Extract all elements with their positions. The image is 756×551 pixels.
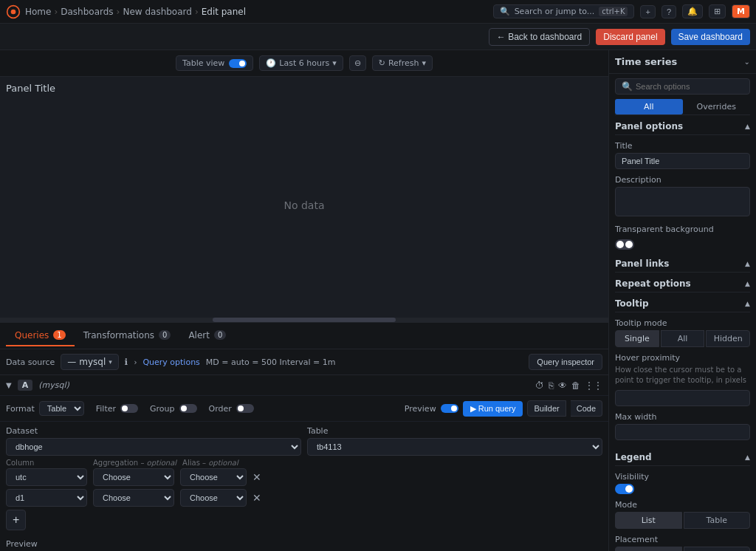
topbar-right: 🔍 Search or jump to... ctrl+K + ? 🔔 ⊞ M: [493, 4, 750, 18]
global-search[interactable]: 🔍 Search or jump to... ctrl+K: [493, 4, 635, 18]
query-a-eye-icon[interactable]: 👁: [558, 380, 567, 391]
tooltip-mode-single-button[interactable]: Single: [615, 330, 659, 347]
query-a-drag-icon[interactable]: ⋮⋮: [585, 380, 602, 391]
query-a-delete-icon[interactable]: 🗑: [571, 380, 580, 391]
discard-panel-button[interactable]: Discard panel: [596, 29, 664, 45]
dataset-table-row: Dataset dbhoge Table tb4113: [6, 426, 602, 456]
panel-options-section-header[interactable]: Panel options ▲: [615, 115, 750, 135]
max-width-input[interactable]: [615, 424, 750, 440]
delete-column-1-button[interactable]: ✕: [252, 471, 261, 483]
panel-options-title: Panel options: [615, 121, 683, 131]
collapse-query-a-button[interactable]: ▼: [6, 381, 12, 389]
options-search-input[interactable]: [636, 82, 743, 91]
query-options-meta: MD = auto = 500 Interval = 1m: [206, 357, 336, 367]
table-view-switch[interactable]: [229, 59, 247, 68]
delete-column-2-button[interactable]: ✕: [252, 492, 261, 504]
tab-transformations-badge: 0: [159, 330, 171, 340]
center-panel: Table view 🕐 Last 6 hours ▾ ⊖ ↻ Refresh …: [0, 50, 608, 551]
panel-links-section-header[interactable]: Panel links ▲: [615, 253, 750, 273]
breadcrumb-home[interactable]: Home: [25, 7, 51, 17]
panel-type-header: Time series ⌄: [609, 50, 756, 74]
query-options-link[interactable]: Query options: [142, 357, 199, 367]
add-column-button[interactable]: +: [6, 510, 26, 530]
zoom-button[interactable]: ⊖: [349, 55, 366, 71]
datasource-label: Data source: [6, 357, 55, 367]
panel-scrollbar[interactable]: [0, 318, 608, 322]
breadcrumb-new-dashboard[interactable]: New dashboard: [123, 7, 191, 17]
alias-1-select[interactable]: Choose: [180, 468, 247, 486]
legend-placement-bottom-button[interactable]: Bottom: [615, 547, 682, 551]
order-toggle[interactable]: [236, 404, 254, 413]
preview-toggle[interactable]: [441, 404, 458, 413]
tab-all[interactable]: All: [615, 99, 683, 114]
preview-toolbar: Table view 🕐 Last 6 hours ▾ ⊖ ↻ Refresh …: [0, 50, 608, 77]
tab-queries[interactable]: Queries 1: [6, 326, 75, 346]
alias-2-select[interactable]: Choose: [180, 489, 247, 507]
query-a-time-icon[interactable]: ⏱: [535, 380, 544, 391]
avatar[interactable]: M: [732, 4, 750, 18]
order-label: Order: [209, 404, 232, 414]
back-to-dashboard-button[interactable]: ← Back to dashboard: [489, 28, 590, 46]
hover-proximity-label: Hover proximity: [615, 353, 750, 363]
datasource-row: Data source — mysql ▾ ℹ › Query options …: [0, 349, 608, 375]
datasource-info-icon[interactable]: ℹ: [125, 357, 128, 367]
query-a-copy-icon[interactable]: ⎘: [549, 380, 554, 391]
max-width-group: Max width: [615, 412, 750, 440]
group-toggle[interactable]: [179, 404, 197, 413]
query-content: ▼ A (mysql) ⏱ ⎘ 👁 🗑 ⋮⋮ Format: [0, 375, 608, 551]
breadcrumb-dashboards[interactable]: Dashboards: [61, 7, 113, 17]
legend-placement-right-button[interactable]: Right: [684, 547, 751, 551]
legend-visibility-toggle[interactable]: [615, 484, 634, 494]
hover-proximity-input[interactable]: [615, 390, 750, 406]
panel-title-input[interactable]: [615, 153, 750, 169]
code-button[interactable]: Code: [571, 400, 602, 417]
actionbar: ← Back to dashboard Discard panel Save d…: [0, 24, 756, 50]
run-query-button[interactable]: ▶ Run query: [463, 401, 523, 417]
dataset-select[interactable]: dbhoge: [6, 438, 301, 456]
column-2-select[interactable]: d1: [6, 489, 87, 507]
table-view-toggle[interactable]: Table view: [176, 55, 253, 71]
apps-button[interactable]: ⊞: [709, 4, 726, 18]
aggregation-1-select[interactable]: Choose: [93, 468, 174, 486]
filter-item: Filter: [96, 404, 138, 414]
aggregation-2-select[interactable]: Choose: [93, 489, 174, 507]
repeat-options-section-header[interactable]: Repeat options ▲: [615, 273, 750, 292]
legend-collapse-icon: ▲: [745, 454, 750, 461]
builder-button[interactable]: Builder: [527, 400, 566, 417]
tab-queries-badge: 1: [53, 330, 65, 340]
tooltip-section-header[interactable]: Tooltip ▲: [615, 292, 750, 312]
bell-button[interactable]: 🔔: [682, 4, 703, 18]
format-select[interactable]: Table: [39, 401, 84, 416]
tooltip-mode-all-button[interactable]: All: [661, 330, 705, 347]
plus-button[interactable]: +: [640, 5, 655, 18]
help-button[interactable]: ?: [662, 5, 676, 18]
table-select[interactable]: tb4113: [307, 438, 602, 456]
panel-type-arrow-icon[interactable]: ⌄: [744, 58, 750, 66]
panel-description-label: Description: [615, 175, 750, 185]
breadcrumb-sep-1: ›: [54, 7, 58, 17]
legend-mode-table-button[interactable]: Table: [684, 512, 751, 529]
tab-transformations[interactable]: Transformations 0: [75, 326, 180, 346]
save-dashboard-button[interactable]: Save dashboard: [671, 29, 750, 45]
tab-overrides[interactable]: Overrides: [683, 99, 751, 114]
panel-links-collapse-icon: ▲: [745, 260, 750, 267]
refresh-button[interactable]: ↻ Refresh ▾: [372, 55, 433, 71]
datasource-select[interactable]: — mysql ▾: [61, 354, 119, 370]
tab-alert[interactable]: Alert 0: [179, 326, 235, 346]
arrow-right-icon: ›: [134, 358, 137, 366]
query-inspector-button[interactable]: Query inspector: [529, 354, 602, 370]
breadcrumb-sep-3: ›: [195, 7, 199, 17]
options-search[interactable]: 🔍: [615, 78, 750, 95]
legend-section-header[interactable]: Legend ▲: [615, 446, 750, 466]
time-range-dropdown-icon: ▾: [332, 58, 337, 68]
legend-visibility-label: Visibility: [615, 472, 750, 482]
tooltip-mode-hidden-button[interactable]: Hidden: [706, 330, 750, 347]
panel-type-name: Time series: [615, 56, 677, 67]
table-row: d1 Choose Choose ✕: [6, 489, 602, 507]
filter-toggle[interactable]: [120, 404, 138, 413]
panel-description-input[interactable]: [615, 187, 750, 216]
transparent-toggle[interactable]: [615, 239, 634, 250]
legend-mode-list-button[interactable]: List: [615, 512, 682, 529]
time-range-button[interactable]: 🕐 Last 6 hours ▾: [259, 55, 343, 71]
column-1-select[interactable]: utc: [6, 468, 87, 486]
